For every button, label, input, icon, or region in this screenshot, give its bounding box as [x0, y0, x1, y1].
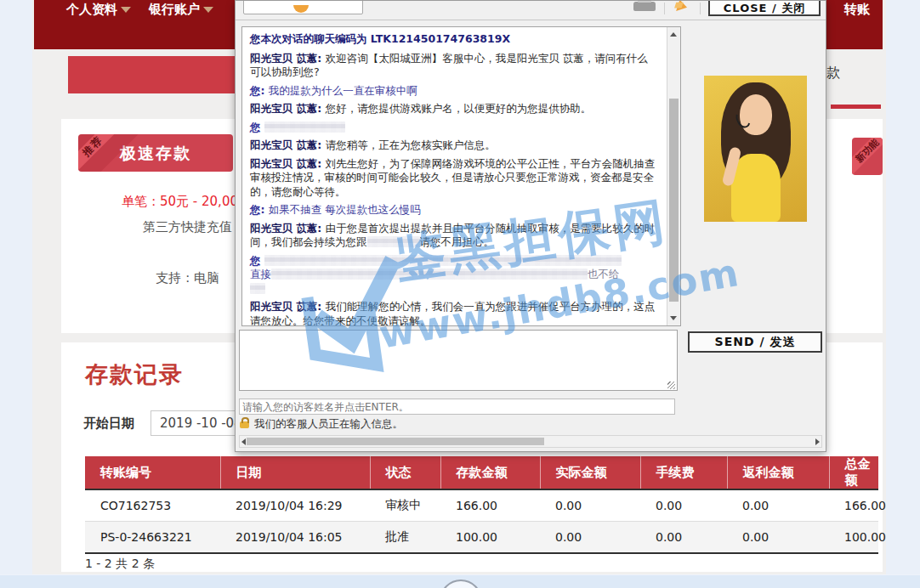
chevron-down-icon — [121, 7, 131, 13]
table-header-cell: 返利金额 — [727, 456, 829, 489]
chat-message: 您 — [250, 121, 656, 135]
nav-item-bank[interactable]: 银行账户 — [149, 2, 213, 18]
tab-underline — [831, 105, 881, 109]
table-row: CO71627532019/10/04 16:29审核中166.000.000.… — [85, 489, 878, 522]
message-fragment: 直接 — [250, 268, 271, 280]
table-cell: 2019/10/04 16:29 — [220, 489, 370, 522]
chat-send-button[interactable]: SEND / 发送 — [688, 331, 822, 353]
new-feature-ribbon: 新功能 — [852, 138, 883, 175]
table-cell: 0.00 — [540, 522, 640, 554]
message-sender: 阳光宝贝 苡蕙: — [250, 139, 326, 151]
partial-tab-label: 款 — [826, 65, 840, 82]
chevron-down-icon — [203, 7, 213, 13]
pagination-text: 1 - 2 共 2 条 — [85, 557, 155, 572]
table-header-cell: 转账编号 — [85, 456, 220, 489]
redacted-text — [367, 236, 420, 247]
scrollbar-thumb[interactable] — [247, 438, 544, 445]
table-cell: 0.00 — [727, 489, 829, 522]
table-cell: 0.00 — [640, 489, 727, 522]
table-cell: 100.00 — [440, 522, 540, 554]
redacted-text — [264, 255, 622, 266]
message-fragment: 也不给 — [588, 268, 620, 280]
nav-item-transfer[interactable]: 转账 — [844, 2, 870, 18]
table-cell: PS-0-24663221 — [85, 522, 220, 554]
chat-message: 阳光宝贝 苡蕙: 您好，请您提供游戏账户名，以便更好的为您提供协助。 — [250, 102, 656, 116]
lock-icon — [240, 421, 249, 428]
emoji-icon[interactable] — [293, 5, 309, 13]
records-title: 存款记录 — [85, 359, 184, 390]
table-cell: 100.00 — [829, 522, 878, 554]
visitor-name-input[interactable] — [239, 399, 675, 415]
toolbar-separator — [236, 20, 826, 20]
scroll-down-icon[interactable] — [670, 316, 677, 320]
chat-vertical-scrollbar[interactable] — [667, 27, 680, 325]
deposit-support-text: 支持：电脑 — [156, 270, 219, 286]
table-cell: 审核中 — [370, 489, 440, 522]
message-sender: 阳光宝贝 苡蕙: — [250, 157, 326, 170]
agent-typing-status: 我们的客服人员正在输入信息。 — [240, 417, 403, 432]
chat-message: 阳光宝贝 苡蕙: 刘先生您好，为了保障网络游戏环境的公平公正性，平台方会随机抽查… — [250, 157, 656, 200]
chat-toolbar-field[interactable] — [243, 0, 363, 14]
message-sender: 阳光宝贝 苡蕙: — [250, 102, 326, 115]
textarea-resize-handle[interactable] — [667, 382, 675, 389]
chat-message: 阳光宝贝 苡蕙: 请您稍等，正在为您核实账户信息。 — [250, 139, 656, 153]
table-cell: 0.00 — [540, 489, 640, 522]
chat-message: 阳光宝贝 苡蕙: 由于您是首次提出提款并且由平台分随机抽取审核，是需要比较久的时… — [250, 222, 656, 250]
message-sender: 阳光宝贝 苡蕙: — [250, 222, 326, 235]
livechat-window: CLOSE / 关闭 您本次对话的聊天编码为 LTK12145017476381… — [235, 0, 826, 452]
scroll-left-icon[interactable] — [241, 438, 246, 445]
table-cell: 0.00 — [640, 522, 727, 554]
table-cell: 166.00 — [440, 489, 540, 522]
table-cell: 2019/10/04 16:05 — [220, 522, 370, 554]
typing-text: 我们的客服人员正在输入信息。 — [254, 417, 403, 430]
table-header-cell: 状态 — [370, 456, 440, 489]
fast-deposit-button[interactable]: 推荐 极速存款 — [78, 134, 233, 172]
table-header-cell: 存款金额 — [440, 456, 540, 489]
table-cell: 0.00 — [727, 522, 829, 554]
table-header-cell: 手续费 — [640, 456, 727, 489]
table-row: PS-0-246632212019/10/04 16:05批准100.000.0… — [85, 522, 878, 554]
nav-transfer-label: 转账 — [844, 2, 870, 17]
redacted-text — [264, 122, 345, 133]
table-cell: 批准 — [370, 522, 440, 554]
deposit-limit-text: 单笔：50元 - 20,000 — [122, 194, 247, 210]
recommend-ribbon: 推荐 — [78, 134, 120, 172]
start-date-label: 开始日期 — [83, 416, 134, 432]
nav-item-profile[interactable]: 个人资料 — [66, 2, 131, 18]
fast-deposit-label: 极速存款 — [120, 144, 191, 162]
agent-photo — [704, 76, 807, 222]
chat-message: 您: 我的提款为什么一直在审核中啊 — [250, 84, 656, 99]
chat-message: 您: 如果不抽查 每次提款也这么慢吗 — [250, 203, 656, 218]
table-header-cell: 总金额 — [829, 456, 878, 489]
chat-message: 阳光宝贝 苡蕙: 欢迎咨询【太阳城亚洲】客服中心，我是阳光宝贝 苡蕙，请问有什么… — [250, 52, 656, 80]
chat-messages-box: 您本次对话的聊天编码为 LTK121450174763819X 阳光宝贝 苡蕙:… — [241, 26, 681, 326]
print-icon[interactable] — [633, 2, 656, 11]
toolbar-divider — [700, 3, 701, 14]
message-sender: 您: — [250, 84, 269, 97]
agent-photo-dress — [731, 154, 781, 222]
table-cell: CO7162753 — [85, 489, 220, 522]
new-feature-card[interactable]: 新功能 — [852, 138, 883, 175]
toolbar-divider — [664, 3, 665, 14]
scroll-up-icon[interactable] — [670, 32, 677, 37]
chat-messages: 您本次对话的聊天编码为 LTK121450174763819X 阳光宝贝 苡蕙:… — [250, 32, 656, 326]
table-header-cell: 实际金额 — [540, 456, 640, 489]
message-sender: 阳光宝贝 苡蕙: — [250, 52, 326, 65]
redacted-text — [250, 283, 265, 294]
chat-session-id: 您本次对话的聊天编码为 LTK121450174763819X — [250, 32, 656, 47]
table-header-cell: 日期 — [220, 456, 370, 489]
deposit-records-table: 转账编号日期状态存款金额实际金额手续费返利金额总金额 CO71627532019… — [85, 456, 878, 554]
chat-message-input[interactable] — [239, 330, 678, 391]
chat-close-button[interactable]: CLOSE / 关闭 — [708, 0, 821, 16]
scroll-right-icon[interactable] — [815, 438, 820, 445]
chat-horizontal-scrollbar[interactable] — [239, 435, 822, 448]
message-sender: 您 — [250, 254, 264, 267]
message-sender: 您 — [250, 121, 264, 133]
deposit-method-text: 第三方快捷充值 — [143, 219, 232, 235]
chat-message: 您 直接也不给 — [250, 254, 656, 297]
table-header-row: 转账编号日期状态存款金额实际金额手续费返利金额总金额 — [85, 456, 878, 489]
scrollbar-thumb[interactable] — [669, 99, 679, 302]
redacted-text — [271, 269, 588, 280]
send-transcript-icon[interactable] — [676, 0, 689, 14]
table-cell: 166.00 — [829, 489, 878, 522]
